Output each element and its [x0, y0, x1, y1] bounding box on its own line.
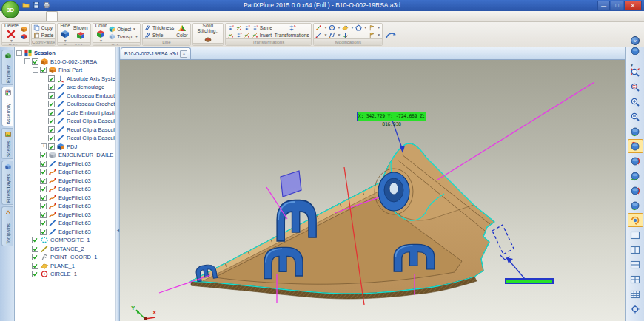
- delete-button[interactable]: Delete ▼: [4, 24, 19, 42]
- layout-two-horizontal-button[interactable]: [628, 257, 643, 271]
- tree-checkbox[interactable]: [40, 178, 47, 184]
- tree-item[interactable]: − B10-O-002-19RSA: [15, 58, 115, 67]
- model-enjoliveur[interactable]: [191, 143, 494, 299]
- tree-checkbox[interactable]: [32, 237, 38, 243]
- translate-axis-button[interactable]: [227, 32, 234, 38]
- color-button[interactable]: Color ▼: [95, 24, 108, 42]
- tree-item[interactable]: EdgeFillet.63: [15, 194, 115, 203]
- layout-single-button[interactable]: [628, 228, 643, 242]
- tree-checkbox[interactable]: [40, 152, 47, 158]
- tree-checkbox[interactable]: [40, 212, 47, 218]
- 3d-canvas[interactable]: Y X X: 342.729 Y: -724.689 Z: 816.938: [120, 60, 625, 321]
- tree-item[interactable]: EdgeFillet.63: [15, 219, 115, 228]
- side-tab-assembly[interactable]: Assembly: [1, 87, 13, 126]
- tree-checkbox[interactable]: [40, 203, 47, 209]
- menu-tab-partxplore[interactable]: [22, 11, 33, 21]
- solid-stitching-button[interactable]: Solid Stitching..: [195, 24, 221, 43]
- tree-item[interactable]: COMPOSITE_1: [15, 236, 115, 245]
- copy-button[interactable]: Copy: [33, 24, 54, 31]
- line-thickness-button[interactable]: Thickness: [144, 24, 174, 31]
- tree-checkbox[interactable]: [48, 101, 55, 107]
- layout-grid-button[interactable]: [628, 287, 643, 301]
- menu-tab-tools[interactable]: [71, 11, 81, 21]
- tree-item[interactable]: EdgeFillet.63: [15, 211, 115, 220]
- tree-item[interactable]: − Final Part: [15, 66, 115, 75]
- document-tab[interactable]: B10-O-002-19RSA.a3d x: [121, 47, 191, 59]
- tree-checkbox[interactable]: [32, 246, 38, 252]
- view-iso-4-button[interactable]: [628, 169, 643, 183]
- zoom-out-button[interactable]: [628, 109, 643, 124]
- menu-tab-display[interactable]: [59, 11, 70, 21]
- mirror-view-button[interactable]: [384, 30, 398, 40]
- curve-tool-button[interactable]: [329, 32, 335, 38]
- tree-expander[interactable]: +: [41, 143, 47, 149]
- tree-item[interactable]: Recul Clip à Bascule_3: [15, 134, 115, 143]
- side-tab-filters-layers[interactable]: Filters/Layers: [1, 160, 13, 205]
- minimize-button[interactable]: —: [597, 1, 610, 10]
- side-tab-toolpaths[interactable]: Toolpaths: [1, 206, 13, 246]
- paste-button[interactable]: Paste: [33, 32, 54, 38]
- tree-item[interactable]: DISTANCE_2: [15, 245, 115, 254]
- view-iso-2-button[interactable]: [628, 139, 643, 153]
- layout-two-vertical-button[interactable]: [628, 243, 643, 257]
- line-style-button[interactable]: Style: [144, 32, 174, 38]
- tree-checkbox[interactable]: [48, 109, 55, 116]
- tree-checkbox[interactable]: [32, 254, 38, 260]
- tree-item[interactable]: Coulisseau Embouti plasti-rivet: [15, 92, 115, 101]
- tree-item[interactable]: ENJOLIVEUR_D'AILE: [15, 151, 115, 160]
- axis-tool-button[interactable]: [342, 32, 349, 38]
- tree-checkbox[interactable]: [40, 195, 47, 201]
- rotate-axis-button[interactable]: [235, 32, 242, 38]
- tree-item[interactable]: EdgeFillet.63: [15, 185, 115, 194]
- tree-checkbox[interactable]: [40, 169, 47, 175]
- tree-item[interactable]: Cale Embouti plasti-rivet: [15, 109, 115, 118]
- side-tab-explorer[interactable]: Explorer: [1, 50, 13, 85]
- tree-checkbox[interactable]: [32, 271, 38, 277]
- polyline-tool-button[interactable]: [355, 24, 362, 31]
- tree-expander[interactable]: −: [33, 67, 38, 73]
- tree-item[interactable]: Coulisseau Crochet: [15, 100, 115, 109]
- tree-checkbox[interactable]: [48, 84, 55, 90]
- tree-checkbox[interactable]: [48, 75, 55, 82]
- side-tab-scenes[interactable]: Scenes: [1, 128, 13, 159]
- object-color-button[interactable]: Object ▼: [109, 26, 138, 33]
- app-logo[interactable]: 3D: [1, 1, 19, 18]
- tree-checkbox[interactable]: [32, 263, 38, 269]
- measurement-box[interactable]: [505, 278, 554, 284]
- tree-checkbox[interactable]: [40, 229, 47, 235]
- tree-item[interactable]: Recul Clip à Bascule_2: [15, 126, 115, 135]
- maximize-button[interactable]: □: [611, 1, 623, 10]
- close-button[interactable]: ✕: [624, 1, 642, 10]
- menu-tab-creation[interactable]: [34, 11, 44, 21]
- tree-item[interactable]: EdgeFillet.63: [15, 160, 115, 169]
- scale-button[interactable]: [244, 24, 250, 31]
- tree-item[interactable]: − Session: [15, 49, 115, 58]
- menu-tab-edition[interactable]: [46, 11, 58, 21]
- shown-button[interactable]: Shown: [73, 26, 89, 41]
- tree-checkbox[interactable]: [48, 126, 55, 133]
- zoom-window-button[interactable]: [628, 80, 643, 94]
- zoom-in-button[interactable]: [628, 95, 643, 109]
- circle-tool-button[interactable]: [329, 24, 335, 31]
- tree-item[interactable]: POINT_COORD_1: [15, 253, 115, 262]
- flag-tool-button[interactable]: [369, 24, 375, 31]
- coordinate-label[interactable]: X: 342.729 Y: -724.689 Z: 816.938: [357, 112, 426, 121]
- tree-item[interactable]: + PDJ: [15, 143, 115, 152]
- tree-item[interactable]: EdgeFillet.63: [15, 177, 115, 186]
- transformations-button[interactable]: Transformations: [274, 24, 310, 38]
- tree-expander[interactable]: −: [24, 58, 30, 64]
- copy-attributes-button[interactable]: [21, 26, 27, 33]
- view-iso-3-button[interactable]: [628, 154, 643, 168]
- apply-attributes-button[interactable]: [21, 33, 27, 40]
- view-iso-5-button[interactable]: [628, 183, 643, 197]
- tree-item[interactable]: EdgeFillet.63: [15, 228, 115, 237]
- flag-plane-button[interactable]: [369, 32, 375, 38]
- invert-transformation-button[interactable]: Invert: [252, 32, 272, 38]
- free-point-button[interactable]: [315, 24, 322, 31]
- rotate-view-button[interactable]: [628, 213, 643, 227]
- line-tool-button[interactable]: [315, 32, 322, 38]
- tree-item[interactable]: Recul Clip à Bascule_1: [15, 117, 115, 126]
- hide-button[interactable]: Hide ▼: [59, 24, 70, 42]
- tree-item[interactable]: EdgeFillet.63: [15, 168, 115, 177]
- tree-checkbox[interactable]: [32, 58, 38, 65]
